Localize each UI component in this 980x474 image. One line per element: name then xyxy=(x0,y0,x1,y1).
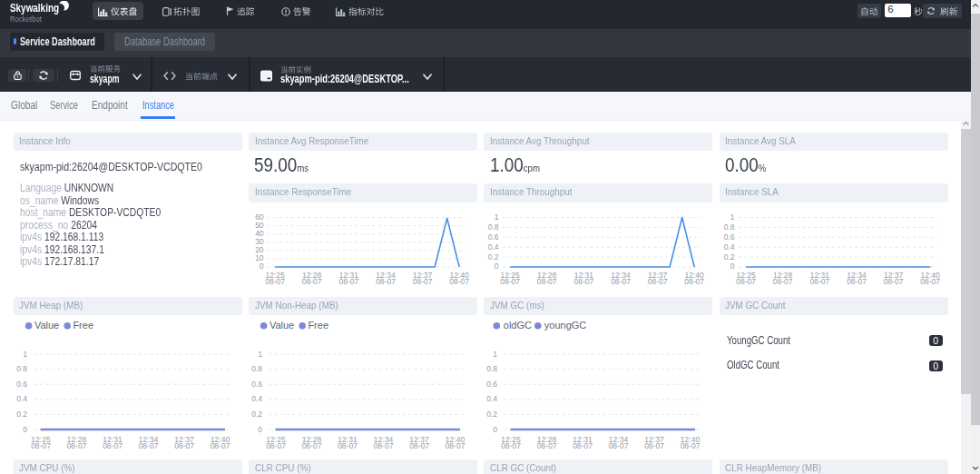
svg-text:08-07: 08-07 xyxy=(644,441,664,450)
svg-text:08-07: 08-07 xyxy=(138,441,158,450)
svg-text:0.8: 0.8 xyxy=(723,222,734,232)
svg-text:08-07: 08-07 xyxy=(409,441,429,450)
svg-text:08-07: 08-07 xyxy=(611,277,631,286)
svg-text:0: 0 xyxy=(23,425,27,434)
svg-text:0: 0 xyxy=(258,425,262,434)
svg-text:08-07: 08-07 xyxy=(103,441,122,450)
svg-text:0.4: 0.4 xyxy=(486,394,497,403)
svg-text:1: 1 xyxy=(23,350,27,359)
svg-text:0.8: 0.8 xyxy=(488,222,499,232)
svg-text:08-07: 08-07 xyxy=(449,277,469,286)
svg-text:0.6: 0.6 xyxy=(486,380,497,389)
svg-text:Value: Value xyxy=(34,320,58,331)
svg-text:08-07: 08-07 xyxy=(883,277,903,286)
svg-text:08-07: 08-07 xyxy=(302,277,322,286)
svg-text:08-07: 08-07 xyxy=(685,277,705,286)
svg-text:0: 0 xyxy=(730,262,734,271)
svg-text:08-07: 08-07 xyxy=(210,441,230,450)
svg-text:08-07: 08-07 xyxy=(413,277,433,286)
svg-text:08-07: 08-07 xyxy=(66,441,86,450)
svg-text:0: 0 xyxy=(495,262,499,271)
svg-text:0.6: 0.6 xyxy=(251,380,262,389)
svg-text:1: 1 xyxy=(493,350,497,359)
svg-text:08-07: 08-07 xyxy=(302,441,322,450)
svg-text:0.4: 0.4 xyxy=(251,394,262,403)
svg-text:Value: Value xyxy=(270,320,294,331)
svg-text:0.8: 0.8 xyxy=(16,364,27,373)
svg-text:08-07: 08-07 xyxy=(809,277,829,286)
svg-text:08-07: 08-07 xyxy=(174,441,194,450)
svg-text:08-07: 08-07 xyxy=(501,441,521,450)
svg-text:oldGC: oldGC xyxy=(504,320,532,331)
svg-text:08-07: 08-07 xyxy=(537,441,557,450)
svg-text:08-07: 08-07 xyxy=(265,277,285,286)
svg-text:Free: Free xyxy=(308,320,328,331)
svg-text:0.6: 0.6 xyxy=(723,232,734,242)
svg-text:0.2: 0.2 xyxy=(251,410,262,419)
svg-text:youngGC: youngGC xyxy=(544,320,587,331)
svg-text:0.6: 0.6 xyxy=(488,232,499,242)
svg-text:08-07: 08-07 xyxy=(681,441,701,450)
svg-text:08-07: 08-07 xyxy=(500,277,520,286)
svg-text:08-07: 08-07 xyxy=(847,277,867,286)
svg-text:0.6: 0.6 xyxy=(16,380,27,389)
svg-text:Free: Free xyxy=(73,320,93,331)
svg-text:08-07: 08-07 xyxy=(338,441,358,450)
svg-text:08-07: 08-07 xyxy=(574,277,594,286)
svg-text:1: 1 xyxy=(258,350,262,359)
svg-text:08-07: 08-07 xyxy=(374,441,394,450)
svg-text:1: 1 xyxy=(730,212,734,222)
svg-text:0: 0 xyxy=(260,262,264,271)
svg-text:08-07: 08-07 xyxy=(920,277,940,286)
svg-text:08-07: 08-07 xyxy=(376,277,396,286)
svg-text:0.2: 0.2 xyxy=(486,410,497,419)
svg-text:0.2: 0.2 xyxy=(488,252,499,262)
svg-text:0.8: 0.8 xyxy=(251,364,262,373)
svg-text:0: 0 xyxy=(493,425,497,434)
svg-text:08-07: 08-07 xyxy=(338,277,358,286)
svg-text:08-07: 08-07 xyxy=(736,277,756,286)
svg-text:0.8: 0.8 xyxy=(486,364,497,373)
svg-text:08-07: 08-07 xyxy=(537,277,557,286)
svg-text:0.4: 0.4 xyxy=(488,242,499,252)
svg-text:0.2: 0.2 xyxy=(723,252,734,262)
svg-text:08-07: 08-07 xyxy=(446,441,466,450)
svg-text:08-07: 08-07 xyxy=(266,441,286,450)
svg-text:08-07: 08-07 xyxy=(31,441,51,450)
svg-text:08-07: 08-07 xyxy=(609,441,629,450)
svg-text:0.2: 0.2 xyxy=(16,410,27,419)
svg-text:0.4: 0.4 xyxy=(16,394,27,403)
svg-text:08-07: 08-07 xyxy=(648,277,668,286)
svg-text:08-07: 08-07 xyxy=(772,277,792,286)
svg-text:1: 1 xyxy=(495,212,499,222)
svg-text:0.4: 0.4 xyxy=(723,242,734,252)
svg-text:08-07: 08-07 xyxy=(573,441,593,450)
